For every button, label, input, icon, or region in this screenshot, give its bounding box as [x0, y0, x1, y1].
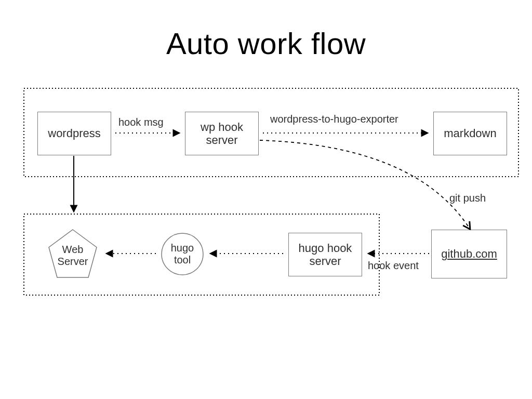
node-hugo-hook-server: hugo hook server: [288, 233, 362, 276]
edge-hook-event-label: hook event: [368, 260, 419, 272]
node-wordpress-label: wordpress: [48, 127, 100, 140]
edge-wp-to-hugo-exporter-label: wordpress-to-hugo-exporter: [270, 113, 398, 125]
node-github: github.com: [431, 230, 507, 278]
node-hugo-hook-server-label: hugo hook server: [299, 242, 352, 268]
diagram-title: Auto work flow: [0, 26, 532, 61]
node-hugo-tool: hugo tool: [161, 233, 204, 275]
node-github-label: github.com: [441, 247, 497, 260]
node-wp-hook-server-label: wp hook server: [201, 121, 243, 147]
node-hugo-tool-label: hugo tool: [161, 233, 204, 275]
edge-hook-msg-label: hook msg: [118, 116, 164, 128]
node-web-server-label: Web Server: [47, 228, 99, 284]
node-wordpress: wordpress: [37, 112, 111, 155]
node-markdown-label: markdown: [444, 127, 496, 140]
edge-git-push-label: git push: [449, 192, 486, 204]
node-web-server: Web Server: [47, 228, 99, 280]
node-markdown: markdown: [433, 112, 507, 155]
node-wp-hook-server: wp hook server: [185, 112, 259, 155]
